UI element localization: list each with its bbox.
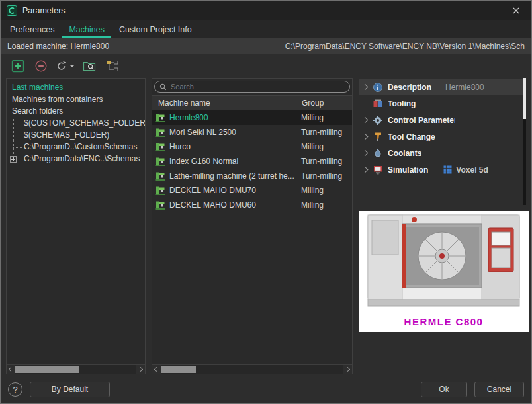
tool-change-icon xyxy=(372,131,383,142)
milling-machine-icon xyxy=(155,186,165,196)
section-label: Tool Change xyxy=(388,132,435,141)
machine-group: Milling xyxy=(296,113,352,122)
cancel-button[interactable]: Cancel xyxy=(474,382,524,397)
close-button[interactable] xyxy=(507,3,525,19)
search-area xyxy=(152,79,352,95)
remove-icon xyxy=(34,60,48,73)
scrollbar-track[interactable] xyxy=(161,365,343,374)
milling-machine-icon xyxy=(155,128,165,138)
section-tooling[interactable]: Tooling xyxy=(359,95,526,112)
source-last-machines[interactable]: Last machines xyxy=(7,81,145,93)
machine-group: Milling xyxy=(296,142,352,151)
search-box[interactable] xyxy=(154,81,350,93)
containers-tree-icon xyxy=(107,60,118,72)
preview-caption: HERMLE C800 xyxy=(359,311,529,332)
milling-machine-icon xyxy=(155,113,165,123)
machine-group: Turn-milling xyxy=(296,171,352,181)
milling-machine-icon xyxy=(155,200,165,210)
app-icon xyxy=(7,5,17,16)
table-row-index-g160[interactable]: Index G160 Normal Turn-milling xyxy=(152,154,352,169)
horizontal-scrollbar[interactable] xyxy=(152,364,352,374)
machine-name: DECKEL MAHO DMU60 xyxy=(169,200,256,210)
column-group[interactable]: Group xyxy=(296,96,352,110)
source-machines-from-containers[interactable]: Machines from containers xyxy=(7,93,145,105)
simulation-mode[interactable]: Voxel 5d xyxy=(443,165,488,175)
properties-panel: Description Hermle800 Tooling Control Pa… xyxy=(359,78,526,374)
source-search-folders[interactable]: Search folders xyxy=(7,105,145,117)
add-machine-button[interactable] xyxy=(9,58,26,75)
scroll-left-arrow[interactable] xyxy=(7,365,15,374)
chevron-right-icon xyxy=(362,150,369,157)
parameters-dialog: Parameters Preferences Machines Custom P… xyxy=(0,0,532,404)
tree-item-label: C:\ProgramD..\CustomSchemas xyxy=(24,142,137,151)
machine-table-body: Hermle800 Milling Mori Seiki NL 2500 Tur… xyxy=(152,110,352,374)
chevron-right-icon xyxy=(362,134,369,140)
section-label: Coolants xyxy=(388,149,421,158)
remove-machine-button[interactable] xyxy=(32,58,50,75)
tree-item-schemas-folder[interactable]: $(SCHEMAS_FOLDER) xyxy=(7,130,145,141)
machine-group: Turn-milling xyxy=(296,128,352,137)
refresh-icon xyxy=(56,60,67,72)
table-row-deckel-dmu70[interactable]: DECKEL MAHO DMU70 Milling xyxy=(152,183,352,198)
tree-item-label: $(SCHEMAS_FOLDER) xyxy=(24,130,109,140)
section-control-parameters[interactable]: Control Parameters xyxy=(359,112,526,128)
ok-button[interactable]: Ok xyxy=(421,382,467,397)
refresh-button[interactable] xyxy=(56,58,75,75)
section-label: Control Parameters xyxy=(388,116,455,125)
table-row-lathe-milling[interactable]: Lathe-milling machine (2 turret he... Tu… xyxy=(152,169,352,183)
help-button[interactable]: ? xyxy=(8,382,22,397)
close-icon xyxy=(513,7,519,14)
search-folders-button[interactable] xyxy=(81,58,98,75)
scroll-left-arrow[interactable] xyxy=(152,365,161,374)
machine-name: Hermle800 xyxy=(169,113,208,122)
voxel-icon xyxy=(443,165,452,174)
scroll-right-arrow[interactable] xyxy=(136,365,145,374)
scrollbar-thumb[interactable] xyxy=(161,366,196,373)
machine-photo xyxy=(359,211,529,311)
table-row-deckel-dmu60[interactable]: DECKEL MAHO DMU60 Milling xyxy=(152,198,352,212)
milling-machine-icon xyxy=(155,142,165,152)
horizontal-scrollbar[interactable] xyxy=(7,364,145,374)
scrollbar-track[interactable] xyxy=(15,365,136,374)
add-icon xyxy=(11,60,24,73)
expand-plus-icon[interactable] xyxy=(10,156,17,163)
table-row-hermle800[interactable]: Hermle800 Milling xyxy=(152,110,352,125)
vertical-scrollbar[interactable] xyxy=(523,78,526,205)
tab-preferences[interactable]: Preferences xyxy=(3,20,61,38)
tree-item-label: $(CUSTOM_SCHEMAS_FOLDER) xyxy=(24,118,145,128)
column-machine-name[interactable]: Machine name xyxy=(152,96,296,110)
section-coolants[interactable]: Coolants xyxy=(359,145,526,161)
title-bar: Parameters xyxy=(1,1,531,20)
sources-panel: Last machines Machines from containers S… xyxy=(6,78,146,374)
loaded-machine-label: Loaded machine: Hermle800 xyxy=(7,42,109,51)
table-header: Machine name Group xyxy=(152,95,352,110)
tab-custom-project-info[interactable]: Custom Project Info xyxy=(112,20,199,38)
tree-item-custom-schemas-folder[interactable]: $(CUSTOM_SCHEMAS_FOLDER) xyxy=(7,118,145,130)
tab-bar: Preferences Machines Custom Project Info xyxy=(1,20,531,38)
tree-branch-line xyxy=(13,147,22,148)
tree-branch-line xyxy=(13,136,22,136)
gear-icon xyxy=(372,114,383,126)
tree-item-schemas-path[interactable]: C:\ProgramData\ENC..\Schemas xyxy=(7,153,145,165)
table-row-mori-seiki[interactable]: Mori Seiki NL 2500 Turn-milling xyxy=(152,125,352,140)
containers-view-button[interactable] xyxy=(104,58,121,75)
machine-name: DECKEL MAHO DMU70 xyxy=(169,186,256,195)
table-row-hurco[interactable]: Hurco Milling xyxy=(152,140,352,154)
machines-toolbar xyxy=(1,54,531,78)
scrollbar-thumb[interactable] xyxy=(15,366,79,373)
tree-item-custom-schemas-path[interactable]: C:\ProgramD..\CustomSchemas xyxy=(7,141,145,153)
machine-preview: HERMLE C800 xyxy=(359,211,529,332)
section-description[interactable]: Description Hermle800 xyxy=(359,79,526,95)
tab-machines[interactable]: Machines xyxy=(62,20,111,38)
chevron-right-icon xyxy=(362,167,369,173)
vertical-scrollbar-thumb[interactable] xyxy=(523,78,526,119)
tree-branch-line xyxy=(13,124,22,124)
machine-group: Milling xyxy=(296,186,352,195)
scroll-right-arrow[interactable] xyxy=(343,365,352,374)
section-tool-change[interactable]: Tool Change xyxy=(359,128,526,145)
section-simulation[interactable]: Simulation Voxel 5d xyxy=(359,161,526,178)
by-default-button[interactable]: By Default xyxy=(30,382,110,397)
refresh-dropdown-icon xyxy=(69,65,75,67)
main-content: Last machines Machines from containers S… xyxy=(1,78,531,374)
search-input[interactable] xyxy=(171,83,345,91)
